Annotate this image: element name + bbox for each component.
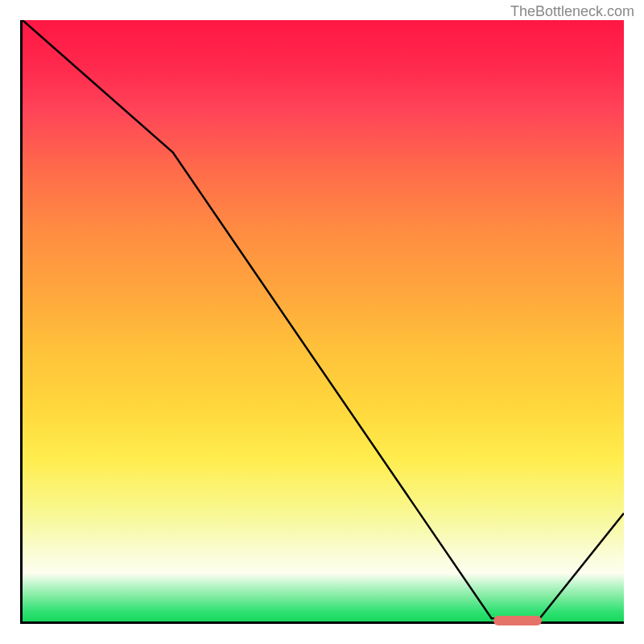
optimal-range-marker [493,616,542,625]
chart-line [23,20,624,621]
chart-area [20,20,624,624]
watermark-text: TheBottleneck.com [510,3,634,20]
